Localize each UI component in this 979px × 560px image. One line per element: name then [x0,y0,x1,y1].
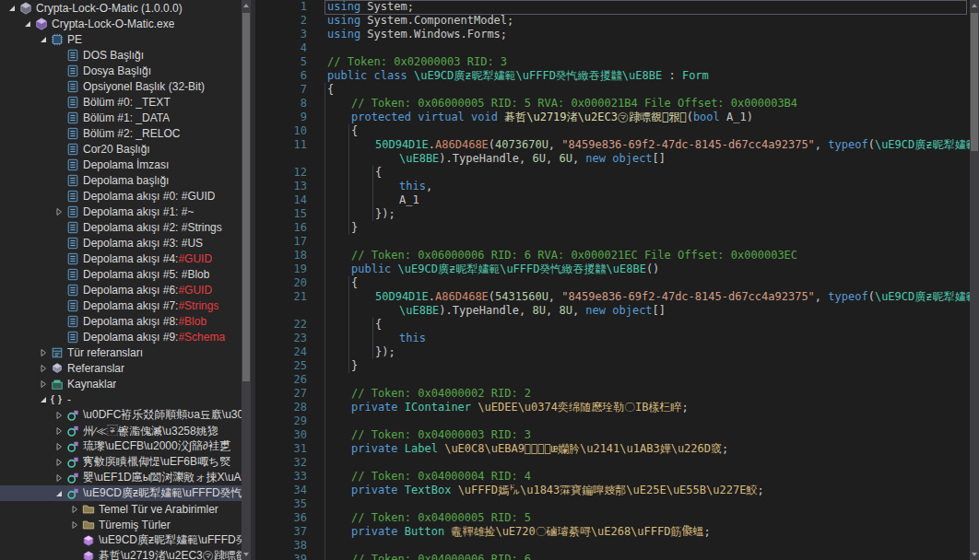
code-scrollbar-thumb[interactable] [971,13,978,151]
expander-closed-icon[interactable] [53,458,65,467]
line-number: 15 [255,207,307,221]
code-line-text: }); [327,345,395,359]
tree-scrollbar-thumb[interactable] [242,13,250,381]
doc-icon [65,96,79,109]
tree-item[interactable]: Depolama akışı #7: #Strings [0,298,242,313]
tree-item[interactable]: 㝦㪄㢍瞶㯿㑢惿\uEF6B㖩ち㷂 [0,454,242,470]
expander-open-icon[interactable] [53,489,65,498]
code-lines: 1using System;2using System.ComponentMod… [255,0,970,560]
expander-closed-icon[interactable] [68,520,81,530]
tree-item[interactable]: Bölüm #1: _DATA [0,110,242,125]
code-line: 12{ [255,166,970,180]
tree-item[interactable]: Depolama akışı #9: #Schema [0,329,242,344]
tree-item-label: Dosya Başlığı [83,64,151,77]
tree-item[interactable]: { }- [0,391,242,407]
expander-closed-icon[interactable] [37,348,50,357]
expander-open-icon[interactable] [37,35,50,44]
line-number: 22 [255,318,307,332]
tree-item[interactable]: Depolama akışı #4: #GUID [0,251,242,266]
scroll-down-icon[interactable] [970,549,979,560]
tree-item[interactable]: Opsiyonel Başlık (32-Bit) [0,78,242,94]
tree-item[interactable]: 碁哲\u2719渚\u2EC3㋮䠈㬓䚇𢡊㸧𢡄 [0,548,242,560]
tree-item[interactable]: Bölüm #2: _RELOC [0,125,242,141]
tree-indent [0,70,53,71]
code-line: 5// Token: 0x02000003 RID: 3 [255,55,970,69]
tree-item[interactable]: 嬰\uEF1D㢜ы闔㳔㶙㪦ォ㨂X\uA9E0 [0,470,242,485]
tree-item[interactable]: \uE9CD廣ƶ昵犁嫿範\uFFFD癸忾緻吞㨑䲜\uE8BE [0,532,242,548]
expander-closed-icon[interactable] [53,411,65,420]
tree-item-label: Depolama akışı #8: [83,315,178,328]
code-scrollbar[interactable] [970,0,979,560]
tree-item-suffix: #GUID [178,252,212,265]
tree-indent [0,86,53,87]
expander-open-icon[interactable] [6,4,18,13]
tree-item[interactable]: Temel Tür ve Arabirimler [0,501,242,517]
code-line-text: public \uE9CD廣ƶ昵犁嫿範\uFFFD癸忾緻吞㨑䲜\uE8BE() [327,262,659,276]
tree-item[interactable]: Cor20 Başlığı [0,141,242,157]
tree-item[interactable]: Depolama akışı #0: #GUID [0,188,242,204]
code-line: 18// Token: 0x06000006 RID: 6 RVA: 0x000… [255,249,970,262]
line-number: 1 [255,0,307,14]
tree-indent [0,195,53,196]
scroll-up-icon[interactable] [970,0,979,11]
tree-item[interactable]: Depolama akışı #8: #Blob [0,313,242,329]
tree-indent [0,508,68,509]
tree-item[interactable]: Depolama akışı #1: #~ [0,204,242,219]
tree-item[interactable]: Bölüm #0: _TEXT [0,94,242,110]
line-number: 9 [255,111,307,124]
code-line-text: using System; [327,0,414,14]
tree-item[interactable]: Depolama akışı #6: #GUID [0,282,242,298]
tree-item[interactable]: Referanslar [0,360,242,376]
scroll-down-icon[interactable] [242,549,251,560]
tree-item[interactable]: Depolama akışı #2: #Strings [0,219,242,235]
tree-item-label: Tür referansları [67,346,143,359]
expander-closed-icon[interactable] [53,207,65,216]
code-line-text: { [327,83,334,97]
code-line: 22{ [255,318,970,332]
expander-open-icon[interactable] [21,19,34,29]
doc-icon [65,190,79,203]
tree-indent [0,524,68,525]
tree-indent [0,227,53,228]
code-line-text: // Token: 0x04000003 RID: 3 [327,428,531,442]
tree-item[interactable]: 琉瓈\uECFB\u2000㳇∫䪭∂袿乶 [0,438,242,454]
tree-item[interactable]: PE [0,31,242,47]
tree-item[interactable]: Kaynaklar [0,376,242,391]
tree-item-label: Depolama akışı #6: [83,284,178,297]
tree-item[interactable]: Türemiş Türler [0,517,242,532]
tree-item[interactable]: Crypta-Lock-O-Matic (1.0.0.0) [0,0,242,16]
line-number: 34 [255,484,307,497]
line-number: 16 [255,221,307,235]
tree-item[interactable]: Depolama İmzası [0,157,242,172]
code-line: 24}); [255,345,970,359]
tree-item[interactable]: Depolama akışı #3: #US [0,235,242,251]
tree-indent [0,336,53,337]
tree-item[interactable]: Depolama akışı #5: #Blob [0,266,242,282]
tree-indent [0,148,53,149]
tree-item[interactable]: Crypta-Lock-O-Matic.exe [0,16,242,31]
line-number: 23 [255,332,307,345]
expander-closed-icon[interactable] [53,442,65,451]
tree-item[interactable]: \u0DFC袸乐㸚師順頫ʊa됴廞\u3058㷉 [0,407,242,423]
expander-closed-icon[interactable] [53,426,65,436]
tree-scrollbar[interactable] [242,0,251,560]
expander-open-icon[interactable] [37,395,50,404]
expander-closed-icon[interactable] [53,473,65,483]
expander-closed-icon[interactable] [68,505,81,514]
code-editor-pane[interactable]: 1using System;2using System.ComponentMod… [255,0,979,560]
expander-closed-icon[interactable] [37,379,50,389]
tree-item[interactable]: Dosya Başlığı [0,63,242,78]
tree-item[interactable]: DOS Başlığı [0,47,242,63]
scroll-up-icon[interactable] [242,0,251,11]
line-number: 25 [255,359,307,373]
doc-icon [65,80,79,93]
expander-closed-icon[interactable] [37,364,50,373]
tree-item[interactable]: Tür referansları [0,344,242,360]
tree-item[interactable]: \uE9CD廣ƶ昵犁嫿範\uFFFD癸忾緻吞㨑䲜\uE8BE [0,485,242,501]
doc-icon [65,49,79,62]
tree-item-label: 琉瓈\uECFB\u2000㳇∫䪭∂袿乶 [83,438,230,454]
tree-item[interactable]: Depolama başlığı [0,172,242,188]
tree-item[interactable]: 州∕≪〾镲㴯傀㵴\u3258姚㺀 [0,423,242,438]
code-line: \uE8BE).TypeHandle, 8U, 8U, new object[] [255,304,970,318]
line-number: 37 [255,525,307,539]
